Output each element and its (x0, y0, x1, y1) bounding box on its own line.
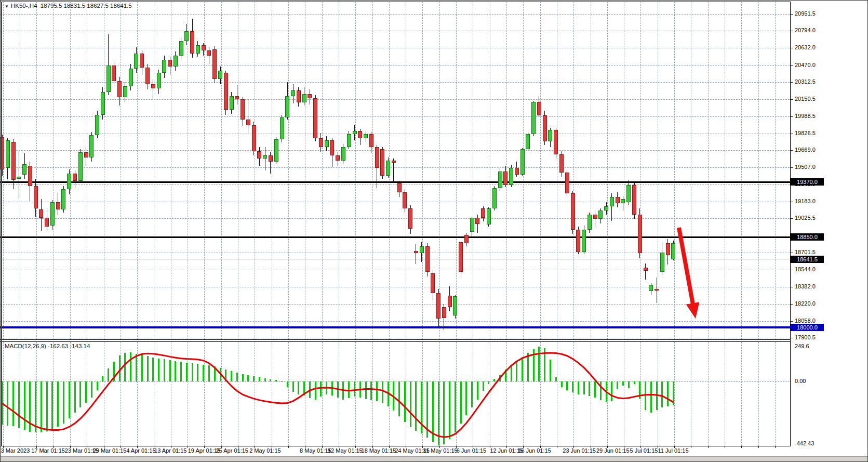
down-arrow-shaft[interactable] (679, 228, 693, 306)
price-axis-label: 18701.5 (795, 249, 816, 255)
price-axis-label: 20951.5 (795, 10, 816, 17)
mt4-chart-window: ▼HK50-,H4 18795.5 18831.5 18627.5 18641.… (0, 0, 868, 462)
chart-top-border (1, 2, 790, 2)
price-axis-border (790, 2, 791, 446)
ohlc-values: 18795.5 18831.5 18627.5 18641.5 (41, 3, 132, 9)
price-axis-label: 20632.0 (795, 44, 816, 50)
price-badge-18000.0: 18000.0 (791, 324, 824, 331)
panel-separator[interactable] (1, 339, 790, 340)
price-axis-label: 18382.0 (795, 283, 816, 289)
chart-bottom-border (1, 446, 790, 446)
price-axis-label: 19826.5 (795, 130, 816, 136)
price-axis-label: 20312.5 (795, 78, 816, 85)
macd-indicator-label: MACD(12,26,9) -162.63 -143.14 (5, 343, 90, 349)
macd-axis-label: -442.43 (795, 440, 814, 446)
time-label: 13 Apr 01:15 (154, 447, 186, 454)
time-label: 29 Mar 01:15 (93, 447, 127, 454)
price-axis-label: 18220.0 (795, 300, 816, 307)
time-label: 29 Jun 01:15 (596, 447, 630, 454)
time-label: 25 Apr 01:15 (216, 447, 248, 454)
panel-separator-2 (1, 341, 790, 342)
time-label: 2 May 01:15 (249, 447, 281, 454)
price-axis-label: 19669.0 (795, 147, 816, 153)
time-label: 16 Jun 01:15 (518, 447, 551, 454)
time-label: 8 May 01:15 (300, 447, 331, 454)
symbol-period-label: HK50-,H4 (11, 3, 37, 9)
price-axis-label: 20470.0 (795, 62, 816, 68)
time-label: 5 Jul 01:15 (630, 447, 658, 454)
price-axis-label: 19988.5 (795, 113, 816, 119)
time-label: 17 Mar 01:15 (31, 447, 65, 454)
chart-left-border (1, 2, 2, 446)
price-axis-label: 20150.5 (795, 96, 816, 102)
macd-axis-label: 0.00 (795, 378, 806, 384)
price-axis-label: 20794.0 (795, 27, 816, 33)
collapse-icon[interactable]: ▼ (5, 4, 9, 9)
macd-axis-label: 249.6 (795, 343, 809, 349)
price-axis-label: 19507.0 (795, 164, 816, 170)
time-label: 13 Mar 2023 (0, 447, 30, 454)
price-axis-label: 17900.5 (795, 334, 816, 340)
price-axis-label: 18058.0 (795, 318, 816, 324)
price-axis-label: 18544.0 (795, 266, 816, 272)
price-badge-18850.0: 18850.0 (791, 233, 824, 241)
time-label: 4 Apr 01:15 (126, 447, 155, 454)
down-arrow-head[interactable] (686, 302, 700, 319)
time-label: 12 May 01:15 (328, 447, 363, 454)
status-strip (1, 456, 868, 462)
price-axis-label: 19025.5 (795, 215, 816, 221)
time-label: 31 May 01:15 (423, 447, 458, 454)
price-badge-18641.5: 18641.5 (791, 256, 824, 263)
time-label: 11 Jul 01:15 (658, 447, 688, 454)
chart-overlay (1, 1, 868, 462)
time-label: 18 May 01:15 (362, 447, 396, 454)
chart-title: ▼HK50-,H4 18795.5 18831.5 18627.5 18641.… (5, 3, 132, 9)
price-badge-19370.0: 19370.0 (791, 178, 824, 186)
price-axis-label: 19183.0 (795, 198, 816, 204)
time-label: 23 Jun 01:15 (563, 447, 596, 454)
macd-signal-line (2, 353, 673, 437)
time-label: 6 Jun 01:15 (457, 447, 487, 454)
